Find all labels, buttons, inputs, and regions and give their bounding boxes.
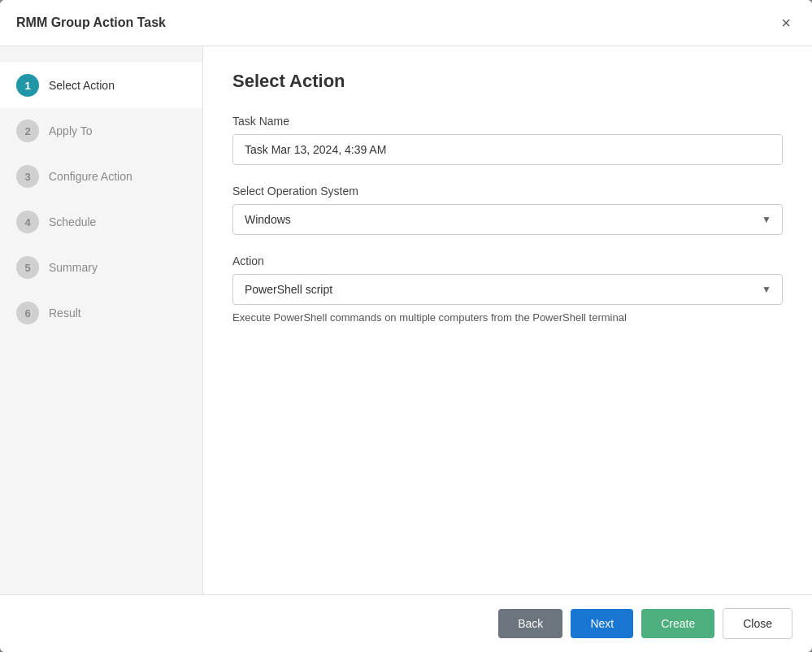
sidebar-item-summary[interactable]: 5 Summary — [0, 245, 202, 290]
step-number-3: 3 — [16, 165, 39, 188]
action-group: Action PowerShell script Run script Depl… — [232, 254, 783, 324]
task-name-group: Task Name — [232, 115, 783, 165]
sidebar-item-configure-action[interactable]: 3 Configure Action — [0, 154, 202, 199]
modal-body: 1 Select Action 2 Apply To 3 Configure A… — [0, 46, 812, 594]
action-select[interactable]: PowerShell script Run script Deploy soft… — [232, 274, 783, 305]
sidebar-item-select-action[interactable]: 1 Select Action — [0, 63, 202, 108]
modal-title: RMM Group Action Task — [16, 15, 166, 30]
content-title: Select Action — [232, 71, 783, 92]
os-select[interactable]: Windows macOS Linux — [232, 204, 783, 235]
modal-overlay: RMM Group Action Task × 1 Select Action … — [0, 0, 812, 652]
step-label-5: Summary — [49, 261, 98, 274]
step-label-1: Select Action — [49, 79, 115, 92]
action-label: Action — [232, 254, 783, 267]
next-button[interactable]: Next — [571, 609, 633, 638]
close-icon[interactable]: × — [776, 13, 796, 33]
task-name-input[interactable] — [232, 134, 783, 165]
step-number-5: 5 — [16, 256, 39, 279]
os-select-wrapper: Windows macOS Linux ▼ — [232, 204, 783, 235]
step-label-2: Apply To — [49, 124, 92, 137]
content-area: Select Action Task Name Select Operation… — [203, 46, 812, 594]
step-number-4: 4 — [16, 211, 39, 233]
back-button[interactable]: Back — [498, 609, 562, 638]
modal-footer: Back Next Create Close — [0, 594, 812, 652]
sidebar-item-result[interactable]: 6 Result — [0, 290, 202, 336]
os-label: Select Operation System — [232, 185, 783, 198]
task-name-label: Task Name — [232, 115, 783, 128]
modal: RMM Group Action Task × 1 Select Action … — [0, 0, 812, 652]
os-group: Select Operation System Windows macOS Li… — [232, 185, 783, 235]
close-button[interactable]: Close — [723, 608, 792, 639]
step-number-2: 2 — [16, 120, 39, 142]
step-label-4: Schedule — [49, 215, 96, 228]
action-description: Execute PowerShell commands on multiple … — [232, 311, 783, 324]
sidebar: 1 Select Action 2 Apply To 3 Configure A… — [0, 46, 203, 594]
sidebar-item-schedule[interactable]: 4 Schedule — [0, 199, 202, 245]
create-button[interactable]: Create — [641, 609, 714, 638]
action-select-wrapper: PowerShell script Run script Deploy soft… — [232, 274, 783, 305]
step-label-3: Configure Action — [49, 170, 132, 183]
step-number-1: 1 — [16, 74, 39, 97]
step-number-6: 6 — [16, 302, 39, 324]
sidebar-item-apply-to[interactable]: 2 Apply To — [0, 108, 202, 154]
modal-header: RMM Group Action Task × — [0, 0, 812, 46]
step-label-6: Result — [49, 306, 81, 319]
